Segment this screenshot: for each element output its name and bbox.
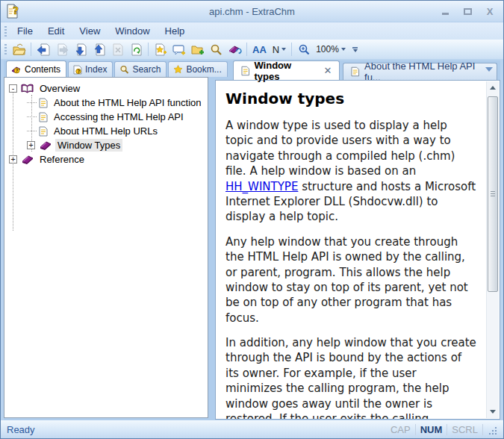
tab-window-types[interactable]: Window types ✕ <box>233 60 340 80</box>
tab-about-api-function[interactable]: About the HTML Help API fu... <box>343 63 497 80</box>
tree-item-about-urls[interactable]: About HTML Help URLs <box>4 124 208 138</box>
topic-text: Window types A window type is used to di… <box>216 81 487 419</box>
tab-list-dropdown[interactable] <box>485 67 493 72</box>
close-button[interactable]: X <box>484 6 496 16</box>
tree-item-window-types[interactable]: + Window Types <box>4 138 208 152</box>
topic-paragraph: In addition, any help window that you cr… <box>225 335 476 419</box>
zoom-magnifier-icon <box>297 43 311 56</box>
toolbar-separator <box>148 43 149 56</box>
page-icon <box>351 66 360 77</box>
topic-tabs: Window types ✕ About the HTML Help API f… <box>215 60 500 80</box>
contents-tree: - Overview <box>4 81 208 166</box>
expand-icon[interactable]: + <box>9 155 17 164</box>
refresh-book-button[interactable] <box>225 41 244 58</box>
collapse-icon[interactable]: - <box>9 84 17 93</box>
scroll-lock-indicator: SCRL <box>447 424 483 435</box>
hh-wintype-link[interactable]: HH_WINTYPE <box>225 180 298 193</box>
svg-text:?: ? <box>16 68 19 74</box>
star-icon <box>173 65 183 74</box>
close-tab-icon[interactable]: ✕ <box>324 65 332 76</box>
chevron-down-icon <box>281 48 286 51</box>
tree-item-accessing-api[interactable]: Accessing the HTML Help API <box>4 110 208 124</box>
page-icon <box>39 98 48 108</box>
previous-topic-button[interactable] <box>90 41 108 58</box>
open-folder-icon <box>12 43 26 56</box>
tree-item-reference[interactable]: + Reference <box>4 152 208 166</box>
closed-book-icon <box>21 155 34 164</box>
zoom-in-button[interactable] <box>294 41 313 58</box>
app-window: ? api.chm - ExtraChm X File Edit View Wi… <box>0 0 504 439</box>
toolbar-separator <box>291 43 292 56</box>
num-lock-indicator: NUM <box>416 424 448 435</box>
closed-book-icon <box>39 140 52 150</box>
back-button[interactable] <box>34 41 52 58</box>
toolbar-separator <box>246 43 247 56</box>
tab-index[interactable]: ? Index <box>68 61 113 77</box>
search-button[interactable] <box>207 41 225 58</box>
vertical-scrollbar[interactable] <box>486 81 499 418</box>
status-bar: Ready CAP NUM SCRL <box>1 420 503 438</box>
menubar-grip[interactable] <box>4 26 7 37</box>
menu-help[interactable]: Help <box>158 23 193 39</box>
tree-item-about-api-function[interactable]: About the HTML Help API function <box>4 96 208 110</box>
magnifier-icon <box>119 65 129 74</box>
toolbar-overflow-button[interactable] <box>350 41 361 58</box>
comment-add-icon <box>172 43 186 56</box>
font-size-button[interactable]: AA <box>249 41 270 58</box>
page-icon <box>39 112 48 122</box>
svg-text:?: ? <box>77 69 80 75</box>
refresh-button[interactable] <box>127 41 146 58</box>
overflow-icon <box>352 47 358 49</box>
zoom-level-dropdown[interactable]: 100% <box>313 41 349 58</box>
toolbar-grip[interactable] <box>4 44 7 55</box>
menu-file[interactable]: File <box>10 23 40 39</box>
navigation-tabs: ? Contents ? Index <box>4 60 208 77</box>
page-icon <box>241 66 249 76</box>
scroll-up-button[interactable] <box>487 81 499 94</box>
scroll-down-button[interactable] <box>487 405 499 418</box>
minimize-button[interactable] <box>439 6 451 16</box>
add-annotation-button[interactable] <box>169 41 188 58</box>
scrollbar-thumb[interactable] <box>488 96 498 292</box>
folder-add-icon <box>190 43 205 56</box>
open-book-icon <box>21 84 34 94</box>
status-message: Ready <box>7 424 35 435</box>
menu-view[interactable]: View <box>72 23 108 39</box>
add-bookmark-button[interactable] <box>151 41 169 58</box>
font-name-dropdown[interactable]: N <box>270 41 289 58</box>
svg-text:?: ? <box>13 4 19 16</box>
up-arrow-page-icon <box>93 43 106 56</box>
expand-icon[interactable]: + <box>27 141 35 149</box>
caps-lock-indicator: CAP <box>386 424 416 435</box>
maximize-button[interactable] <box>461 6 473 16</box>
scrollbar-grip <box>491 191 495 198</box>
close-topic-button[interactable] <box>108 41 127 58</box>
tab-search[interactable]: Search <box>114 61 167 77</box>
tree-item-overview[interactable]: - Overview <box>4 81 208 96</box>
window-title: api.chm - ExtraChm <box>1 6 503 17</box>
forward-arrow-page-icon <box>55 43 69 56</box>
book-refresh-icon <box>228 43 243 56</box>
tab-contents[interactable]: ? Contents <box>6 60 66 77</box>
back-arrow-page-icon <box>37 43 50 56</box>
add-folder-button[interactable] <box>188 41 207 58</box>
next-topic-button[interactable] <box>71 41 90 58</box>
topic-pane: Window types ✕ About the HTML Help API f… <box>215 60 500 420</box>
menu-edit[interactable]: Edit <box>40 23 72 39</box>
navigation-pane: ? Contents ? Index <box>4 60 208 418</box>
toolbar: AA N 100% <box>1 40 503 60</box>
open-button[interactable] <box>10 41 28 58</box>
chevron-down-icon <box>353 49 358 52</box>
minimize-icon <box>442 13 449 15</box>
tree-connector <box>27 131 37 131</box>
refresh-page-icon <box>131 43 143 56</box>
menu-window[interactable]: Window <box>108 23 157 39</box>
page-icon <box>39 126 48 137</box>
book-question-icon: ? <box>11 65 22 74</box>
toolbar-separator <box>31 43 31 56</box>
triangle-up-icon <box>490 86 496 90</box>
page-question-icon: ? <box>73 65 82 75</box>
resize-grip[interactable] <box>487 425 497 435</box>
forward-button[interactable] <box>52 41 71 58</box>
contents-tree-panel: - Overview <box>4 77 208 418</box>
